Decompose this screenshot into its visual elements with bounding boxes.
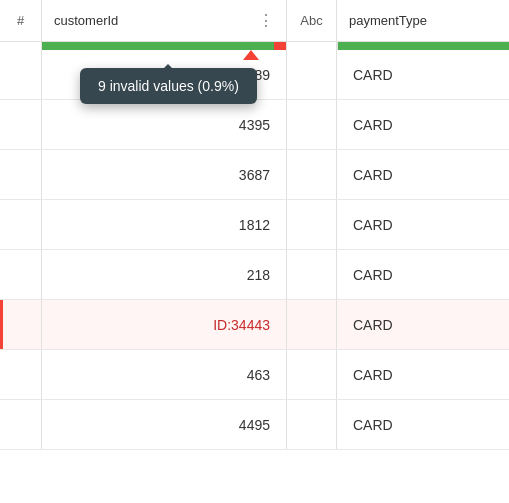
- payment-type-cell: CARD: [337, 50, 509, 99]
- quality-red-segment: [274, 42, 286, 50]
- abc-cell: [287, 150, 337, 199]
- abc-cell: [287, 300, 337, 349]
- row-index-cell: [0, 200, 42, 249]
- row-index-cell: [0, 400, 42, 449]
- payment-type-cell: CARD: [337, 200, 509, 249]
- customer-id-cell: 4395: [42, 100, 287, 149]
- customer-id-cell: 3687: [42, 150, 287, 199]
- customer-id-cell: 218: [42, 250, 287, 299]
- table-row: 4395 CARD: [0, 100, 509, 150]
- customer-id-cell: 463: [42, 350, 287, 399]
- abc-column-header: Abc: [287, 0, 337, 41]
- abc-cell: [287, 100, 337, 149]
- quality-bar-spacer: [0, 42, 42, 50]
- quality-bar: [0, 42, 509, 50]
- payment-type-cell: CARD: [337, 350, 509, 399]
- table-body: 5089 CARD 4395 CARD 3687 CARD 1812 CARD …: [0, 50, 509, 450]
- column-menu-icon[interactable]: ⋮: [258, 11, 274, 30]
- table-row: 1812 CARD: [0, 200, 509, 250]
- row-index-cell: [0, 100, 42, 149]
- tooltip-arrow: [243, 50, 259, 60]
- payment-quality-bar: [337, 42, 509, 50]
- customer-id-cell: 1812: [42, 200, 287, 249]
- customer-id-column-header: customerId ⋮: [42, 0, 287, 41]
- tooltip-container: 9 invalid values (0.9%): [80, 68, 257, 104]
- row-index-cell: [0, 250, 42, 299]
- abc-cell: [287, 350, 337, 399]
- data-table: # customerId ⋮ Abc paymentType 9 invalid…: [0, 0, 509, 503]
- table-row: ID:34443 CARD: [0, 300, 509, 350]
- index-column-header: #: [0, 0, 42, 41]
- customer-id-cell: ID:34443: [42, 300, 287, 349]
- table-header: # customerId ⋮ Abc paymentType: [0, 0, 509, 42]
- row-index-cell: [0, 150, 42, 199]
- payment-type-cell: CARD: [337, 300, 509, 349]
- payment-type-cell: CARD: [337, 150, 509, 199]
- table-row: 4495 CARD: [0, 400, 509, 450]
- table-row: 463 CARD: [0, 350, 509, 400]
- row-index-cell: [0, 50, 42, 99]
- payment-type-cell: CARD: [337, 250, 509, 299]
- invalid-values-tooltip: 9 invalid values (0.9%): [80, 68, 257, 104]
- payment-type-column-header: paymentType: [337, 0, 509, 41]
- row-index-cell: [0, 300, 42, 349]
- abc-quality-bar: [287, 42, 337, 50]
- payment-type-cell: CARD: [337, 400, 509, 449]
- payment-quality-green: [338, 42, 509, 50]
- customer-id-quality-bar: [42, 42, 287, 50]
- customer-id-cell: 4495: [42, 400, 287, 449]
- abc-cell: [287, 250, 337, 299]
- abc-cell: [287, 200, 337, 249]
- abc-cell: [287, 400, 337, 449]
- table-row: 3687 CARD: [0, 150, 509, 200]
- table-row: 218 CARD: [0, 250, 509, 300]
- abc-cell: [287, 50, 337, 99]
- quality-green-segment: [42, 42, 274, 50]
- payment-type-cell: CARD: [337, 100, 509, 149]
- row-index-cell: [0, 350, 42, 399]
